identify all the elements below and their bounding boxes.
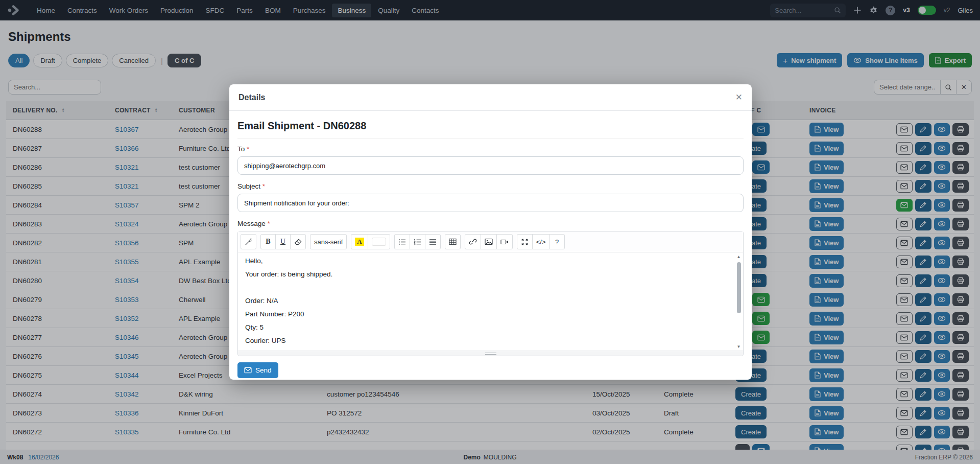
color-swatch-icon: [372, 238, 386, 246]
video-icon: [500, 239, 509, 245]
modal-body: Email Shipment - DN60288 To * Subject * …: [229, 111, 752, 378]
clear-format-button[interactable]: [290, 234, 306, 249]
unordered-list-icon: [398, 239, 406, 245]
send-button[interactable]: Send: [237, 362, 278, 378]
paragraph-icon: [429, 239, 437, 245]
font-color-icon: A: [355, 238, 364, 246]
magic-wand-icon: [245, 238, 252, 246]
required-mark: *: [247, 145, 249, 153]
message-label: Message: [237, 220, 266, 227]
subject-field: Subject *: [237, 182, 744, 212]
ordered-list-button[interactable]: [410, 234, 425, 249]
subject-input[interactable]: [237, 194, 744, 212]
underline-button[interactable]: U: [275, 234, 291, 249]
color-swatch-button[interactable]: [368, 234, 390, 249]
message-line: Part Number: P200: [245, 310, 729, 318]
font-family-button[interactable]: sans-serif: [310, 234, 347, 249]
heading-divider: [237, 138, 744, 138]
message-line: Qty: 5: [245, 323, 729, 332]
bold-button[interactable]: B: [260, 234, 276, 249]
editor-scrollbar: ▲ ▼: [735, 253, 742, 350]
email-shipment-modal: Details ✕ Email Shipment - DN60288 To * …: [229, 84, 752, 380]
to-input[interactable]: [237, 156, 744, 175]
envelope-icon: [244, 367, 252, 374]
rich-text-editor: B U sans-serif A: [237, 231, 744, 356]
picture-icon: [485, 238, 493, 245]
scroll-down-icon[interactable]: ▼: [735, 343, 742, 350]
editor-help-button[interactable]: ?: [549, 234, 565, 249]
insert-picture-button[interactable]: [481, 234, 497, 249]
scrollbar-thumb[interactable]: [737, 262, 741, 313]
message-field: Message * B U sans-serif A: [237, 220, 744, 378]
editor-resize-bar[interactable]: [238, 351, 743, 356]
to-label: To: [237, 145, 245, 153]
subject-label: Subject: [237, 182, 260, 190]
table-icon: [449, 238, 457, 245]
style-button[interactable]: [241, 234, 256, 249]
insert-video-button[interactable]: [496, 234, 513, 249]
insert-table-button[interactable]: [445, 234, 461, 249]
modal-title: Details: [238, 93, 265, 102]
modal-header: Details ✕: [229, 84, 752, 111]
close-icon[interactable]: ✕: [735, 92, 743, 103]
required-mark: *: [268, 220, 270, 227]
ordered-list-icon: [414, 239, 421, 245]
code-view-button[interactable]: </>: [532, 234, 550, 249]
scroll-up-icon[interactable]: ▲: [735, 253, 742, 260]
eraser-icon: [294, 239, 302, 245]
fullscreen-icon: [521, 238, 529, 246]
font-color-button[interactable]: A: [351, 234, 368, 249]
unordered-list-button[interactable]: [394, 234, 410, 249]
insert-link-button[interactable]: [465, 234, 481, 249]
fullscreen-button[interactable]: [517, 234, 533, 249]
message-line: Your order: is being shipped.: [245, 270, 729, 279]
message-editor-area[interactable]: Hello,Your order: is being shipped.Order…: [238, 252, 743, 351]
editor-toolbar: B U sans-serif A: [238, 231, 743, 252]
paragraph-button[interactable]: [425, 234, 441, 249]
message-line: Order: N/A: [245, 297, 729, 305]
resize-grip-icon: [485, 353, 496, 355]
link-icon: [469, 238, 477, 245]
message-line: Tracking Number:: [245, 350, 729, 351]
message-line: [245, 284, 729, 292]
to-field: To *: [237, 145, 744, 175]
email-shipment-heading: Email Shipment - DN60288: [237, 120, 744, 132]
required-mark: *: [262, 182, 265, 190]
message-line: Hello,: [245, 257, 729, 265]
message-line: Courier: UPS: [245, 337, 729, 345]
